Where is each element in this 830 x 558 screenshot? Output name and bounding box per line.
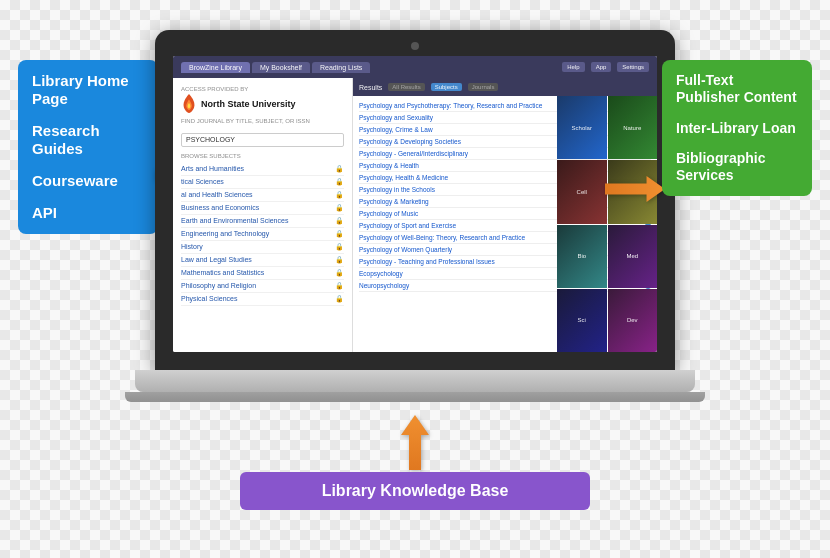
list-item[interactable]: Engineering and Technology🔒	[181, 228, 344, 241]
laptop-camera	[411, 42, 419, 50]
university-logo: North State University	[181, 94, 344, 114]
list-item[interactable]: History🔒	[181, 241, 344, 254]
bottom-bar-label: Library Knowledge Base	[322, 482, 509, 499]
left-box-item-3: Courseware	[32, 172, 144, 190]
app-button[interactable]: App	[591, 62, 612, 72]
left-panel: ACCESS PROVIDED BY North State Universit…	[173, 78, 353, 352]
thumb-5: Bio	[557, 225, 607, 288]
book-thumbnails: Scholar Nature Cell Chem Bio Med Sci Dev	[557, 96, 657, 352]
laptop-base-bottom	[125, 392, 705, 402]
left-info-box: Library Home Page Research Guides Course…	[18, 60, 158, 234]
right-panel: Results All Results Subjects Journals Ps…	[353, 78, 657, 352]
filter-subjects[interactable]: Subjects	[431, 83, 462, 91]
list-item[interactable]: Physical Sciences🔒	[181, 293, 344, 306]
list-item[interactable]: tical Sciences🔒	[181, 176, 344, 189]
right-box-item-3: Bibliographic Services	[676, 150, 798, 184]
thumb-2: Nature	[608, 96, 658, 159]
settings-button[interactable]: Settings	[617, 62, 649, 72]
search-input[interactable]	[181, 133, 344, 147]
browse-subjects-label: BROWSE SUBJECTS	[181, 153, 344, 159]
list-item[interactable]: Earth and Environmental Sciences🔒	[181, 215, 344, 228]
content-area: ACCESS PROVIDED BY North State Universit…	[173, 78, 657, 352]
laptop-screen: BrowZine Library My Bookshelf Reading Li…	[173, 56, 657, 352]
help-button[interactable]: Help	[562, 62, 584, 72]
bottom-bar: Library Knowledge Base	[240, 472, 590, 510]
left-box-item-1: Library Home Page	[32, 72, 144, 108]
results-label: Results	[359, 84, 382, 91]
filter-all[interactable]: All Results	[388, 83, 424, 91]
list-item[interactable]: Philosophy and Religion🔒	[181, 280, 344, 293]
list-item[interactable]: Mathematics and Statistics🔒	[181, 267, 344, 280]
left-box-item-2: Research Guides	[32, 122, 144, 158]
browser-tab-bookshelf[interactable]: My Bookshelf	[252, 62, 310, 73]
thumb-8: Dev	[608, 289, 658, 352]
arrow-laptop-to-right	[605, 175, 665, 203]
thumb-3: Cell	[557, 160, 607, 223]
right-box-item-1: Full-Text Publisher Content	[676, 72, 798, 106]
browser-tab-reading[interactable]: Reading Lists	[312, 62, 370, 73]
right-info-box: Full-Text Publisher Content Inter-Librar…	[662, 60, 812, 196]
arrow-up	[401, 415, 429, 470]
left-box-item-4: API	[32, 204, 144, 222]
list-item[interactable]: Arts and Humanities🔒	[181, 163, 344, 176]
list-item[interactable]: Law and Legal Studies🔒	[181, 254, 344, 267]
list-item[interactable]: Business and Economics🔒	[181, 202, 344, 215]
laptop-base	[135, 370, 695, 392]
laptop: BrowZine Library My Bookshelf Reading Li…	[155, 30, 675, 420]
browser-tab-browzine[interactable]: BrowZine Library	[181, 62, 250, 73]
browser-bar: BrowZine Library My Bookshelf Reading Li…	[173, 56, 657, 78]
thumb-1: Scholar	[557, 96, 607, 159]
subject-list: Arts and Humanities🔒 tical Sciences🔒 al …	[181, 163, 344, 306]
list-item[interactable]: al and Health Sciences🔒	[181, 189, 344, 202]
laptop-screen-outer: BrowZine Library My Bookshelf Reading Li…	[155, 30, 675, 370]
university-name: North State University	[201, 99, 296, 110]
access-label: ACCESS PROVIDED BY	[181, 86, 344, 92]
right-box-item-2: Inter-Library Loan	[676, 120, 798, 137]
browser-tabs: BrowZine Library My Bookshelf Reading Li…	[181, 62, 556, 73]
results-header: Results All Results Subjects Journals	[353, 78, 657, 96]
flame-icon	[181, 94, 197, 114]
thumb-6: Med	[608, 225, 658, 288]
svg-marker-1	[605, 176, 665, 202]
filter-journals[interactable]: Journals	[468, 83, 499, 91]
browser-actions: Help App Settings	[562, 62, 649, 72]
thumb-7: Sci	[557, 289, 607, 352]
svg-marker-2	[401, 415, 429, 470]
find-label: FIND JOURNAL BY TITLE, SUBJECT, OR ISSN	[181, 118, 344, 124]
